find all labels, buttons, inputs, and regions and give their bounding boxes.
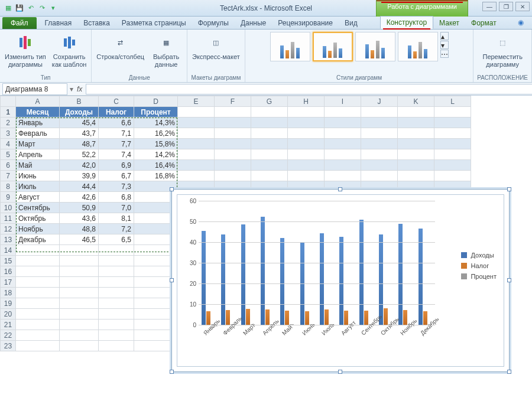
resize-handle[interactable]	[507, 370, 511, 374]
cell[interactable]	[16, 245, 60, 256]
cell[interactable]	[99, 330, 134, 341]
cell[interactable]	[288, 118, 325, 128]
cell[interactable]	[16, 256, 60, 266]
table-header-cell[interactable]: Налог	[99, 107, 134, 118]
cell[interactable]	[178, 171, 215, 181]
col-header[interactable]: F	[215, 96, 251, 107]
cell[interactable]: Октябрь	[16, 213, 60, 224]
resize-handle[interactable]	[170, 187, 174, 191]
resize-handle[interactable]	[507, 187, 511, 191]
cell[interactable]: 6,5	[99, 234, 134, 245]
cell[interactable]: 7,4	[99, 149, 134, 160]
bar-group[interactable]	[320, 233, 336, 325]
cell[interactable]	[16, 277, 60, 288]
embedded-chart[interactable]: ЯнварьФевральМартАпрельМайИюньИюльАвгуст…	[171, 189, 510, 372]
cell[interactable]	[398, 118, 434, 128]
row-header[interactable]: 22	[1, 330, 16, 341]
col-header[interactable]: C	[99, 96, 134, 107]
cell[interactable]: 14,2%	[134, 149, 178, 160]
redo-icon[interactable]: ↷	[37, 4, 47, 13]
cell[interactable]: 7,2	[99, 224, 134, 234]
bar[interactable]	[221, 234, 225, 325]
cell[interactable]	[361, 149, 398, 160]
cell[interactable]: 52,2	[60, 149, 99, 160]
cell[interactable]	[178, 149, 215, 160]
tab-review[interactable]: Рецензирование	[272, 17, 339, 29]
row-header[interactable]: 1	[1, 107, 16, 118]
cell[interactable]	[398, 128, 434, 139]
cell[interactable]: 7,7	[99, 139, 134, 149]
bar-group[interactable]	[202, 231, 218, 325]
bar[interactable]	[364, 311, 368, 325]
cell[interactable]: Март	[16, 139, 60, 149]
cell[interactable]: 48,7	[60, 139, 99, 149]
row-header[interactable]: 2	[1, 118, 16, 128]
cell[interactable]	[60, 309, 99, 320]
cell[interactable]	[361, 139, 398, 149]
cell[interactable]	[288, 160, 325, 171]
cell[interactable]	[325, 118, 361, 128]
row-header[interactable]: 23	[1, 341, 16, 351]
col-header[interactable]: D	[134, 96, 178, 107]
cell[interactable]: Ноябрь	[16, 224, 60, 234]
tab-format[interactable]: Формат	[465, 17, 502, 29]
cell[interactable]: 44,4	[60, 181, 99, 192]
change-chart-type-button[interactable]: Изменить тип диаграммы	[4, 32, 47, 69]
cell[interactable]: 7,0	[99, 203, 134, 213]
cell[interactable]: 6,9	[99, 160, 134, 171]
cell[interactable]	[325, 128, 361, 139]
cell[interactable]	[434, 118, 471, 128]
col-header[interactable]: G	[251, 96, 288, 107]
cell[interactable]	[60, 245, 99, 256]
close-button[interactable]: ✕	[515, 2, 530, 11]
cell[interactable]	[16, 309, 60, 320]
chart-legend[interactable]: Доходы Налог Процент	[461, 248, 497, 283]
bar-group[interactable]	[398, 224, 415, 325]
row-header[interactable]: 6	[1, 160, 16, 171]
tab-file[interactable]: Файл	[2, 17, 37, 29]
cell[interactable]: 16,4%	[134, 160, 178, 171]
resize-handle[interactable]	[338, 370, 342, 374]
cell[interactable]: 48,8	[60, 224, 99, 234]
cell[interactable]: 39,9	[60, 171, 99, 181]
cell[interactable]	[325, 149, 361, 160]
bar[interactable]	[423, 311, 427, 325]
cell[interactable]	[398, 171, 434, 181]
cell[interactable]	[325, 139, 361, 149]
cell[interactable]	[99, 309, 134, 320]
cell[interactable]	[325, 171, 361, 181]
styles-more[interactable]: ⋯	[440, 50, 449, 58]
cell[interactable]	[325, 160, 361, 171]
cell[interactable]: Август	[16, 192, 60, 203]
bar-group[interactable]	[339, 237, 356, 325]
cell[interactable]	[99, 341, 134, 351]
cell[interactable]	[398, 149, 434, 160]
table-header-cell[interactable]: Месяц	[16, 107, 60, 118]
resize-handle[interactable]	[170, 370, 174, 374]
cell[interactable]: 8,1	[99, 213, 134, 224]
bar-group[interactable]	[359, 220, 376, 325]
bar[interactable]	[285, 311, 289, 325]
cell[interactable]	[215, 128, 251, 139]
cell[interactable]: Апрель	[16, 149, 60, 160]
cell[interactable]	[99, 288, 134, 298]
styles-scroll-up[interactable]: ▴	[440, 32, 449, 40]
switch-row-column-button[interactable]: ⇄ Строка/столбец	[95, 32, 145, 62]
col-header[interactable]: J	[361, 96, 398, 107]
tab-chart-layout[interactable]: Макет	[433, 17, 465, 29]
move-chart-button[interactable]: ⬚ Переместить диаграмму	[481, 32, 523, 69]
bar[interactable]	[398, 224, 403, 325]
select-data-button[interactable]: ▦ Выбрать данные	[149, 32, 183, 69]
worksheet-grid[interactable]: ABCDEFGHIJKL1МесяцДоходыНалогПроцент2Янв…	[0, 96, 532, 401]
cell[interactable]	[16, 330, 60, 341]
bar[interactable]	[265, 309, 270, 325]
cell[interactable]: 46,5	[60, 234, 99, 245]
cell[interactable]	[361, 128, 398, 139]
cell[interactable]	[60, 320, 99, 330]
cell[interactable]	[178, 160, 215, 171]
cell[interactable]	[99, 298, 134, 309]
cell[interactable]: Май	[16, 160, 60, 171]
cell[interactable]	[16, 298, 60, 309]
cell[interactable]: 42,6	[60, 192, 99, 203]
bar[interactable]	[280, 238, 284, 325]
